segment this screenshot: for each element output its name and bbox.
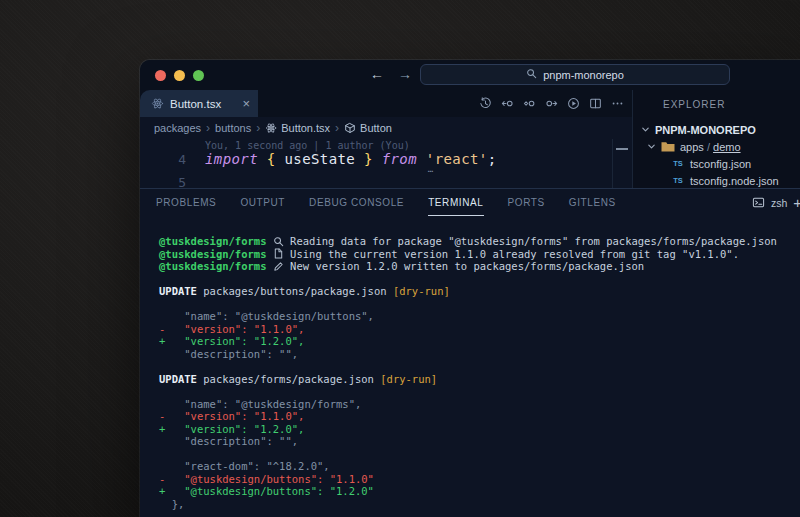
- code-token: }: [364, 151, 373, 167]
- terminal-line: + "version": "1.2.0",: [159, 335, 800, 348]
- back-arrow-icon[interactable]: ←: [370, 66, 384, 82]
- title-bar: ← → pnpm-monorepo: [140, 60, 800, 90]
- tab-button-tsx[interactable]: Button.tsx ×: [140, 90, 258, 117]
- code-token: import: [205, 151, 258, 167]
- terminal-line: [159, 385, 800, 398]
- tab-strip: Button.tsx ×: [140, 90, 632, 117]
- search-value: pnpm-monorepo: [543, 69, 624, 81]
- run-icon[interactable]: [567, 97, 580, 110]
- breadcrumb-separator: ›: [256, 121, 260, 135]
- code-editor[interactable]: You, 1 second ago | 1 author (You) 4 5 i…: [140, 139, 632, 188]
- react-icon: [151, 97, 164, 110]
- history-icon[interactable]: [479, 97, 492, 110]
- code-token: [258, 151, 267, 167]
- terminal-line: [159, 298, 800, 311]
- panel-tab-output[interactable]: OUTPUT: [240, 189, 285, 216]
- terminal-line: @tuskdesign/forms Using the current vers…: [159, 248, 800, 261]
- next-change-icon[interactable]: [545, 97, 558, 110]
- code-token: [355, 151, 364, 167]
- tree-item-tsconfig.json[interactable]: TStsconfig.json: [633, 155, 800, 172]
- breadcrumb-separator: ›: [335, 121, 339, 135]
- chevron-down-icon: [647, 142, 656, 151]
- terminal-line: UPDATE packages/forms/package.json [dry-…: [159, 373, 800, 386]
- compare-icon[interactable]: [523, 97, 536, 110]
- code-token: [276, 151, 285, 167]
- panel-tab-gitlens[interactable]: GITLENS: [569, 189, 616, 216]
- breadcrumb: packages›buttons›Button.tsx›Button: [140, 117, 632, 139]
- line-number: 5: [140, 175, 186, 188]
- panel-tab-terminal[interactable]: TERMINAL: [428, 189, 483, 216]
- code-line: import { useState } from 'react';: [205, 151, 497, 167]
- code-token: [373, 151, 382, 167]
- minimap[interactable]: [612, 139, 632, 188]
- terminal-line: "name": "@tuskdesign/buttons",: [159, 310, 800, 323]
- forward-arrow-icon[interactable]: →: [398, 66, 412, 82]
- new-terminal-button[interactable]: +: [793, 194, 800, 211]
- panel-tab-ports[interactable]: PORTS: [508, 189, 545, 216]
- react-icon: [265, 122, 277, 134]
- code-token: {: [267, 151, 276, 167]
- terminal-line: UPDATE packages/buttons/package.json [dr…: [159, 285, 800, 298]
- editor-group: Button.tsx × packages›buttons›Button.tsx…: [140, 90, 633, 188]
- terminal-line: [159, 448, 800, 461]
- tree-item-apps-demo[interactable]: apps / demo: [633, 138, 800, 155]
- chevron-down-icon: [641, 125, 650, 134]
- terminal-line: "description": "",: [159, 435, 800, 448]
- panel-tab-bar: PROBLEMSOUTPUTDEBUG CONSOLETERMINALPORTS…: [140, 189, 800, 216]
- terminal-line: @tuskdesign/forms Reading data for packa…: [159, 235, 800, 248]
- inline-blame-annotation: You, 1 second ago | 1 author (You): [205, 140, 410, 151]
- tab-title: Button.tsx: [170, 98, 221, 110]
- terminal-line: @tuskdesign/forms New version 1.2.0 writ…: [159, 260, 800, 273]
- terminal-controls: zsh +: [752, 189, 800, 216]
- magnifier-icon: [273, 235, 284, 248]
- breadcrumb-item-buttons[interactable]: buttons: [215, 122, 251, 134]
- terminal-line: [159, 273, 800, 286]
- vscode-window: ← → pnpm-monorepo Button.tsx × packages›…: [140, 60, 800, 517]
- document-icon: [273, 248, 284, 261]
- minimize-window-button[interactable]: [174, 70, 185, 81]
- terminal-line: - "version": "1.1.0",: [159, 410, 800, 423]
- tree-item-tsconfig.node.json[interactable]: TStsconfig.node.json: [633, 172, 800, 188]
- prev-change-icon[interactable]: [501, 97, 514, 110]
- close-window-button[interactable]: [155, 70, 166, 81]
- code-token: useState: [285, 151, 356, 167]
- search-icon: [526, 68, 537, 81]
- split-editor-icon[interactable]: [589, 97, 602, 110]
- tree-root-pnpm-monorepo[interactable]: PNPM-MONOREPO: [633, 121, 800, 138]
- breadcrumb-item-button[interactable]: Button: [344, 122, 392, 134]
- code-token: 'react': [426, 151, 488, 167]
- pencil-icon: [273, 260, 284, 273]
- terminal-line: },: [159, 498, 800, 511]
- explorer-sidebar: EXPLORER PNPM-MONOREPO apps / demoTStsco…: [633, 90, 800, 188]
- maximize-window-button[interactable]: [193, 70, 204, 81]
- explorer-header: EXPLORER: [663, 99, 800, 110]
- code-token: from: [382, 151, 417, 167]
- more-actions-icon[interactable]: [611, 97, 624, 110]
- terminal-icon[interactable]: [752, 196, 765, 209]
- code-token: ;: [488, 151, 497, 167]
- close-icon[interactable]: ×: [242, 97, 250, 110]
- terminal-output[interactable]: @tuskdesign/forms Reading data for packa…: [140, 216, 800, 517]
- symbol-icon: [344, 122, 356, 134]
- file-label: apps / demo: [680, 141, 741, 153]
- panel-tab-debug-console[interactable]: DEBUG CONSOLE: [309, 189, 404, 216]
- panel-tab-problems[interactable]: PROBLEMS: [156, 189, 216, 216]
- file-tree: PNPM-MONOREPO apps / demoTStsconfig.json…: [633, 121, 800, 188]
- terminal-line: - "version": "1.1.0",: [159, 323, 800, 336]
- terminal-line: + "version": "1.2.0",: [159, 423, 800, 436]
- editor-actions: [479, 90, 624, 117]
- terminal-line: + "@tuskdesign/buttons": "1.2.0": [159, 485, 800, 498]
- line-number: 4: [140, 152, 186, 167]
- ts-icon: TS: [671, 159, 685, 168]
- breadcrumb-separator: ›: [206, 121, 210, 135]
- terminal-line: "react-dom": "^18.2.0",: [159, 460, 800, 473]
- terminal-line: "description": "",: [159, 348, 800, 361]
- breadcrumb-item-button-tsx[interactable]: Button.tsx: [265, 122, 330, 134]
- code-token: [417, 151, 426, 167]
- shell-name[interactable]: zsh: [771, 197, 787, 209]
- command-center-search[interactable]: pnpm-monorepo: [420, 64, 730, 85]
- minimap-line-mark: [616, 148, 628, 150]
- bottom-panel: PROBLEMSOUTPUTDEBUG CONSOLETERMINALPORTS…: [140, 188, 800, 517]
- breadcrumb-item-packages[interactable]: packages: [154, 122, 201, 134]
- file-label: tsconfig.json: [690, 158, 751, 170]
